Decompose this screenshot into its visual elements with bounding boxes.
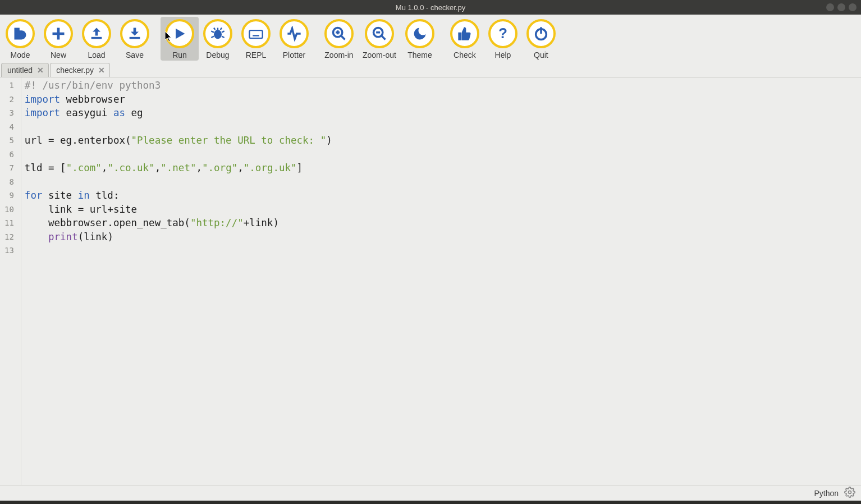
tool-label: Save — [126, 51, 144, 59]
line-number: 6 — [4, 148, 14, 162]
code-line[interactable]: for site in tld: — [25, 189, 861, 203]
tab-label: untitled — [7, 66, 33, 75]
code-line[interactable] — [25, 120, 861, 134]
svg-point-9 — [849, 491, 851, 494]
close-icon[interactable]: ✕ — [37, 66, 44, 75]
tool-label: Theme — [407, 51, 432, 59]
tool-label: Mode — [10, 51, 30, 59]
zoom-out-icon — [365, 19, 394, 48]
line-number: 4 — [4, 120, 14, 134]
toolbar: ModeNewLoadSaveRunDebugREPLPlotterZoom-i… — [0, 15, 861, 62]
download-icon — [120, 19, 149, 48]
tab-untitled[interactable]: untitled✕ — [1, 63, 49, 77]
window-controls — [826, 3, 857, 11]
mode-icon — [6, 19, 35, 48]
svg-point-2 — [214, 30, 222, 39]
line-number: 10 — [4, 203, 14, 217]
pulse-icon — [280, 19, 309, 48]
svg-rect-0 — [91, 37, 102, 39]
tab-checker-py[interactable]: checker.py✕ — [50, 63, 110, 77]
minimize-icon[interactable] — [826, 3, 834, 11]
plus-icon — [44, 19, 73, 48]
zoom-in-icon — [324, 19, 354, 48]
code-line[interactable]: import easygui as eg — [25, 106, 861, 120]
svg-text:?: ? — [498, 26, 507, 41]
line-number: 3 — [4, 106, 14, 120]
code-area[interactable]: #! /usr/bin/env python3import webbrowser… — [21, 77, 861, 485]
zoom-in-button[interactable]: Zoom-in — [320, 17, 358, 61]
run-button[interactable]: Run — [161, 17, 199, 61]
theme-button[interactable]: Theme — [401, 17, 439, 61]
bug-icon — [203, 19, 232, 48]
quit-button[interactable]: Quit — [522, 17, 560, 61]
os-taskbar — [0, 501, 861, 504]
window-title: Mu 1.0.0 - checker.py — [396, 3, 465, 12]
tool-label: Load — [88, 51, 105, 59]
titlebar: Mu 1.0.0 - checker.py — [0, 0, 861, 15]
tool-label: Run — [172, 51, 187, 59]
line-number: 7 — [4, 161, 14, 175]
statusbar: Python — [0, 485, 861, 501]
close-icon[interactable]: ✕ — [98, 66, 105, 75]
keyboard-icon — [241, 19, 271, 48]
tool-label: Zoom-in — [324, 51, 353, 59]
save-button[interactable]: Save — [116, 17, 154, 61]
line-number: 12 — [4, 230, 14, 244]
code-line[interactable]: #! /usr/bin/env python3 — [25, 79, 861, 93]
code-line[interactable] — [25, 175, 861, 189]
zoom-out-button[interactable]: Zoom-out — [358, 17, 401, 61]
code-line[interactable]: import webbrowser — [25, 93, 861, 107]
tool-label: REPL — [246, 51, 267, 59]
line-number: 13 — [4, 244, 14, 258]
line-number: 11 — [4, 216, 14, 230]
code-line[interactable] — [25, 148, 861, 162]
moon-icon — [405, 19, 434, 48]
help-button[interactable]: ?Help — [484, 17, 522, 61]
tool-label: Debug — [206, 51, 229, 59]
maximize-icon[interactable] — [837, 3, 845, 11]
tool-label: Help — [495, 51, 511, 59]
tabbar: untitled✕checker.py✕ — [0, 62, 861, 77]
power-icon — [526, 19, 556, 48]
question-icon: ? — [488, 19, 517, 48]
code-line[interactable]: print(link) — [25, 230, 861, 244]
load-button[interactable]: Load — [77, 17, 116, 61]
thumbs-up-icon — [450, 19, 479, 48]
check-button[interactable]: Check — [446, 17, 484, 61]
line-number-gutter: 12345678910111213 — [0, 77, 21, 485]
tool-label: New — [51, 51, 66, 59]
code-line[interactable] — [25, 244, 861, 258]
tool-label: Quit — [534, 51, 548, 59]
code-line[interactable]: link = url+site — [25, 203, 861, 217]
editor[interactable]: 12345678910111213 #! /usr/bin/env python… — [0, 77, 861, 485]
line-number: 9 — [4, 189, 14, 203]
tab-label: checker.py — [56, 66, 94, 75]
svg-rect-3 — [249, 30, 262, 38]
svg-rect-1 — [130, 37, 140, 39]
play-icon — [165, 19, 194, 48]
mode-button[interactable]: Mode — [1, 17, 39, 61]
code-line[interactable]: url = eg.enterbox("Please enter the URL … — [25, 134, 861, 148]
repl-button[interactable]: REPL — [237, 17, 275, 61]
line-number: 5 — [4, 134, 14, 148]
line-number: 1 — [4, 79, 14, 93]
gear-icon[interactable] — [844, 487, 855, 500]
debug-button[interactable]: Debug — [199, 17, 237, 61]
line-number: 8 — [4, 175, 14, 189]
tool-label: Check — [454, 51, 476, 59]
status-mode: Python — [814, 489, 839, 498]
tool-label: Plotter — [283, 51, 305, 59]
new-button[interactable]: New — [39, 17, 77, 61]
tool-label: Zoom-out — [363, 51, 396, 59]
line-number: 2 — [4, 93, 14, 107]
upload-icon — [82, 19, 111, 48]
plotter-button[interactable]: Plotter — [275, 17, 313, 61]
code-line[interactable]: webbrowser.open_new_tab("http://"+link) — [25, 216, 861, 230]
close-window-icon[interactable] — [849, 3, 857, 11]
code-line[interactable]: tld = [".com",".co.uk",".net",".org",".o… — [25, 161, 861, 175]
